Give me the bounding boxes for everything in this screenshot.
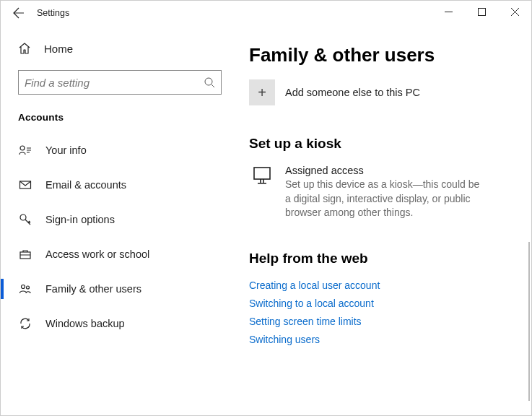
sidebar-item-your-info[interactable]: Your info [1,133,232,168]
svg-point-2 [20,146,25,150]
search-icon [204,77,215,88]
maximize-button[interactable] [465,1,498,22]
search-input-container[interactable] [18,70,222,95]
home-icon [18,42,31,55]
plus-icon: + [249,79,275,105]
minimize-button[interactable] [432,1,465,22]
close-button[interactable] [498,1,531,22]
sidebar-item-label: Family & other users [45,283,141,295]
maximize-icon [478,8,486,16]
monitor-icon [249,165,275,191]
sidebar-item-email-accounts[interactable]: Email & accounts [1,168,232,202]
people-icon [18,282,32,295]
sidebar-item-label: Sign-in options [45,214,115,225]
window-buttons [432,1,531,22]
help-link-switching-users[interactable]: Switching users [249,334,511,345]
help-link-local-user[interactable]: Creating a local user account [249,280,511,291]
assigned-access-button[interactable]: Assigned access Set up this device as a … [249,165,511,220]
close-icon [511,8,519,16]
kiosk-description: Set up this device as a kiosk—this could… [285,178,487,220]
svg-rect-8 [254,168,270,179]
sidebar-section-title: Accounts [18,112,232,123]
scrollbar[interactable] [528,242,530,401]
sidebar-item-signin-options[interactable]: Sign-in options [1,202,232,237]
sidebar: Home Accounts Your info Email & accounts [1,25,232,415]
help-links: Creating a local user account Switching … [249,280,511,345]
person-card-icon [18,144,32,157]
add-user-label: Add someone else to this PC [285,87,420,98]
svg-point-1 [205,78,212,85]
svg-point-4 [20,214,26,220]
sidebar-item-access-work-school[interactable]: Access work or school [1,237,232,272]
titlebar: Settings [1,1,531,25]
home-link[interactable]: Home [1,34,232,63]
main-content: Family & other users + Add someone else … [232,25,531,415]
help-link-switch-local[interactable]: Switching to a local account [249,298,511,309]
sidebar-item-label: Email & accounts [45,179,126,191]
svg-point-7 [27,286,30,289]
svg-point-6 [22,285,25,289]
svg-rect-0 [478,8,485,15]
window-title: Settings [37,8,69,18]
sync-icon [18,317,32,330]
arrow-left-icon [13,7,25,19]
key-icon [18,213,32,226]
briefcase-icon [18,248,32,261]
back-button[interactable] [8,2,30,24]
search-input[interactable] [25,77,204,89]
home-label: Home [44,43,73,55]
sidebar-item-family-other-users[interactable]: Family & other users [1,272,232,306]
help-link-screen-time[interactable]: Setting screen time limits [249,316,511,327]
sidebar-item-label: Your info [45,144,87,156]
help-heading: Help from the web [249,251,511,266]
mail-icon [18,178,32,191]
add-user-button[interactable]: + Add someone else to this PC [249,79,511,105]
kiosk-title: Assigned access [285,165,487,176]
page-title: Family & other users [249,44,511,66]
sidebar-item-windows-backup[interactable]: Windows backup [1,306,232,341]
sidebar-item-label: Windows backup [45,318,125,329]
sidebar-item-label: Access work or school [45,248,149,260]
minimize-icon [445,8,453,16]
kiosk-heading: Set up a kiosk [249,136,511,152]
